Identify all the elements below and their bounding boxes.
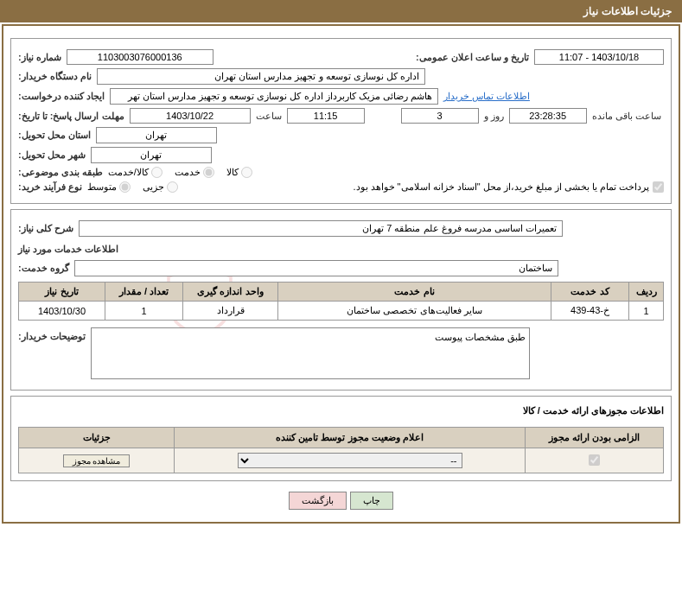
link-buyer-contact[interactable]: اطلاعات تماس خریدار [443,91,530,102]
row-requester: ایجاد کننده درخواست: هاشم رضائی مزیک کار… [18,88,664,105]
value-delivery-city: تهران [91,147,212,163]
row-delivery-city: شهر محل تحویل: تهران [18,147,664,163]
th-unit: واحد اندازه گیری [183,283,278,302]
radio-partial[interactable] [167,181,178,193]
cell-name: سایر فعالیت‌های تخصصی ساختمان [278,302,551,321]
status-select[interactable]: -- [238,453,462,468]
value-announce-dt: 1403/10/18 - 11:07 [534,49,664,65]
services-table-header-row: ردیف کد خدمت نام خدمت واحد اندازه گیری ت… [19,283,664,302]
th-row: ردیف [629,283,664,302]
label-delivery-city: شهر محل تحویل: [18,149,86,161]
purchase-radio-group: جزیی متوسط [87,181,178,193]
value-req-number: 1103003076000136 [67,49,214,65]
back-button[interactable]: بازگشت [289,492,347,510]
label-buyer-notes: توضیحات خریدار: [18,327,86,342]
permits-table: الزامی بودن ارائه مجوز اعلام وضعیت مجوز … [18,427,664,473]
value-delivery-province: تهران [96,127,217,143]
cell-status: -- [175,448,526,473]
label-purchase-type: نوع فرآیند خرید: [18,181,82,193]
label-time-word: ساعت [256,111,282,122]
radio-partial-label: جزیی [143,181,164,193]
main-panel: شماره نیاز: 1103003076000136 تاریخ و ساع… [2,24,680,524]
label-req-number: شماره نیاز: [18,52,61,63]
value-buyer-notes: طبق مشخصات پیوست [91,327,530,379]
th-details: جزئیات [19,428,175,448]
th-qty: تعداد / مقدار [105,283,183,302]
value-remaining-days: 3 [401,108,479,124]
page-header: جزئیات اطلاعات نیاز [0,0,682,22]
radio-goods-service-label: کالا/خدمت [108,167,149,178]
print-button[interactable]: چاپ [350,492,393,510]
row-service-group: گروه خدمت: ساختمان [18,260,664,276]
view-permit-button[interactable]: مشاهده مجوز [63,454,131,467]
mandatory-checkbox[interactable] [589,454,600,466]
payment-checkbox-wrap: پرداخت تمام یا بخشی از مبلغ خرید،از محل … [353,181,664,193]
label-service-group: گروه خدمت: [18,263,69,274]
cell-unit: قرارداد [183,302,278,321]
label-delivery-province: استان محل تحویل: [18,130,91,141]
permits-block: اطلاعات مجوزهای ارائه خدمت / کالا الزامی… [10,396,672,481]
row-req-number: شماره نیاز: 1103003076000136 تاریخ و ساع… [18,49,664,65]
permits-legend: اطلاعات مجوزهای ارائه خدمت / کالا [18,403,664,418]
radio-service-label: خدمت [175,167,201,178]
table-row: 1خ-43-439سایر فعالیت‌های تخصصی ساختمانقر… [19,302,664,321]
value-remaining-time: 23:28:35 [509,108,587,124]
row-delivery-province: استان محل تحویل: تهران [18,127,664,143]
radio-goods[interactable] [241,167,252,178]
row-service-info-title: اطلاعات خدمات مورد نیاز [18,242,664,257]
row-overall-desc: شرح کلی نیاز: تعمیرات اساسی مدرسه فروغ ع… [18,220,664,237]
permits-header-row: الزامی بودن ارائه مجوز اعلام وضعیت مجوز … [19,428,664,448]
row-buyer-notes: توضیحات خریدار: طبق مشخصات پیوست [18,327,664,379]
cell-mandatory [526,448,664,473]
cell-details: مشاهده مجوز [19,448,175,473]
cell-date: 1403/10/30 [19,302,105,321]
value-deadline-date: 1403/10/22 [130,108,251,124]
th-status: اعلام وضعیت مجوز توسط تامین کننده [175,428,526,448]
th-name: نام خدمت [278,283,551,302]
label-time-remaining: ساعت باقی مانده [592,111,661,122]
radio-goods-label: کالا [226,167,239,178]
label-buyer-org: نام دستگاه خریدار: [18,71,92,82]
th-date: تاریخ نیاز [19,283,105,302]
th-code: کد خدمت [551,283,629,302]
payment-checkbox[interactable] [653,181,664,193]
value-buyer-org: اداره کل نوسازی توسعه و تجهیز مدارس استا… [97,68,425,85]
info-block: شماره نیاز: 1103003076000136 تاریخ و ساع… [10,38,672,204]
permit-row: -- مشاهده مجوز [19,448,664,473]
cell-code: خ-43-439 [551,302,629,321]
label-deadline: مهلت ارسال پاسخ: تا تاریخ: [18,111,124,122]
services-block: AriaTender.net شرح کلی نیاز: تعمیرات اسا… [10,209,672,391]
label-days-and: روز و [484,111,504,122]
row-subject-class: طبقه بندی موضوعی: کالا خدمت کالا/خدمت [18,167,664,178]
value-overall-desc: تعمیرات اساسی مدرسه فروغ علم منطقه 7 تهر… [79,220,563,237]
subject-radio-group: کالا خدمت کالا/خدمت [108,167,252,178]
row-deadline: مهلت ارسال پاسخ: تا تاریخ: 1403/10/22 سا… [18,108,664,124]
value-requester: هاشم رضائی مزیک کاربرداز اداره کل نوسازی… [110,88,438,105]
value-deadline-time: 11:15 [287,108,365,124]
payment-note-text: پرداخت تمام یا بخشی از مبلغ خرید،از محل … [353,181,649,193]
radio-goods-service[interactable] [151,167,163,178]
th-mandatory: الزامی بودن ارائه مجوز [526,428,664,448]
radio-medium-label: متوسط [87,181,117,193]
row-purchase-type: نوع فرآیند خرید: جزیی متوسط پرداخت تمام … [18,181,664,193]
cell-qty: 1 [105,302,183,321]
footer-buttons: چاپ بازگشت [10,492,672,510]
label-service-info: اطلاعات خدمات مورد نیاز [18,244,118,255]
row-buyer-org: نام دستگاه خریدار: اداره کل نوسازی توسعه… [18,68,664,85]
services-table: ردیف کد خدمت نام خدمت واحد اندازه گیری ت… [18,282,664,321]
radio-medium[interactable] [119,181,131,193]
cell-row: 1 [629,302,664,321]
label-overall-desc: شرح کلی نیاز: [18,223,73,234]
label-announce-dt: تاریخ و ساعت اعلان عمومی: [416,52,529,63]
radio-service[interactable] [203,167,214,178]
label-requester: ایجاد کننده درخواست: [18,91,105,102]
header-title: جزئیات اطلاعات نیاز [583,5,672,17]
value-service-group: ساختمان [74,260,558,276]
label-subject-class: طبقه بندی موضوعی: [18,167,103,178]
